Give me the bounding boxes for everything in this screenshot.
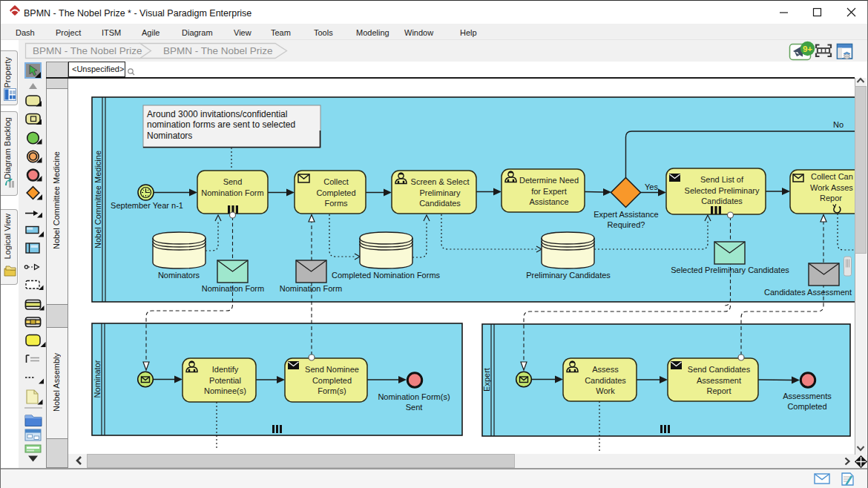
svg-text:Nominator: Nominator: [93, 360, 102, 398]
svg-text:Assess: Assess: [592, 365, 619, 374]
svg-text:Nominee(s): Nominee(s): [204, 386, 246, 395]
svg-text:Form(s): Form(s): [318, 386, 346, 395]
svg-text:Completed: Completed: [787, 402, 826, 411]
svg-text:Completed: Completed: [312, 376, 352, 385]
svg-text:Candidates Assessment: Candidates Assessment: [764, 288, 852, 297]
svg-text:Potential: Potential: [209, 376, 241, 385]
svg-text:Expert Assistance: Expert Assistance: [594, 210, 658, 219]
svg-text:Candidates: Candidates: [701, 197, 743, 205]
svg-text:Assessments: Assessments: [783, 392, 832, 400]
svg-text:BPMN - The Nobel Prize: BPMN - The Nobel Prize: [33, 45, 142, 56]
svg-text:Nominators: Nominators: [158, 271, 200, 280]
svg-text:Work Asses: Work Asses: [810, 183, 853, 192]
svg-text:Required?: Required?: [608, 220, 645, 229]
svg-text:Candidates: Candidates: [585, 376, 626, 385]
svg-text:Sent: Sent: [406, 403, 423, 412]
svg-text:Collect: Collect: [323, 177, 349, 186]
svg-text:for Expert: for Expert: [531, 187, 567, 196]
svg-text:Nominators: Nominators: [147, 131, 192, 141]
svg-text:Selected Preliminary Candidate: Selected Preliminary Candidates: [671, 266, 789, 274]
svg-text:nomination forms are sent to s: nomination forms are sent to selected: [147, 119, 295, 130]
svg-text:No: No: [833, 120, 844, 129]
svg-text:Nobel Committee Medicine: Nobel Committee Medicine: [93, 151, 102, 248]
svg-text:September Year n-1: September Year n-1: [111, 201, 183, 210]
svg-text:Send Nominee: Send Nominee: [305, 365, 359, 374]
svg-text:Expert: Expert: [482, 368, 491, 392]
svg-text:Identify: Identify: [212, 365, 239, 374]
svg-text:Preliminary: Preliminary: [419, 188, 461, 197]
svg-text:Send: Send: [223, 177, 243, 186]
svg-text:Nomination Form: Nomination Form: [280, 284, 342, 293]
svg-text:Preliminary Candidates: Preliminary Candidates: [526, 271, 611, 280]
svg-text:Determine Need: Determine Need: [519, 176, 579, 185]
svg-text:Selected Preliminary: Selected Preliminary: [685, 186, 760, 195]
svg-text:Collect Can: Collect Can: [811, 172, 853, 181]
svg-text:Work: Work: [596, 386, 615, 395]
svg-text:Assessment: Assessment: [697, 376, 741, 385]
svg-text:9+: 9+: [803, 44, 812, 53]
svg-text:Assistance: Assistance: [529, 197, 568, 206]
svg-text:Send List of: Send List of: [700, 175, 744, 184]
svg-text:Forms: Forms: [324, 199, 348, 208]
svg-text:Nomination Form: Nomination Form: [202, 284, 264, 293]
svg-text:Completed: Completed: [316, 188, 355, 197]
svg-text:Yes: Yes: [645, 182, 658, 191]
svg-text:Nomination Form: Nomination Form: [201, 188, 263, 197]
svg-text:Repor: Repor: [820, 194, 842, 202]
svg-text:Screen & Select: Screen & Select: [411, 177, 470, 186]
svg-text:Report: Report: [706, 386, 731, 395]
svg-text:Candidates: Candidates: [419, 199, 461, 208]
svg-text:BPMN - The Nobel Prize: BPMN - The Nobel Prize: [163, 45, 273, 56]
svg-text:Around 3000 invitations/confid: Around 3000 invitations/confidential: [147, 109, 287, 119]
svg-text:Completed Nomination Forms: Completed Nomination Forms: [332, 271, 441, 280]
svg-text:Send Candidates: Send Candidates: [688, 365, 751, 374]
svg-text:Nomination Form(s): Nomination Form(s): [378, 392, 450, 401]
